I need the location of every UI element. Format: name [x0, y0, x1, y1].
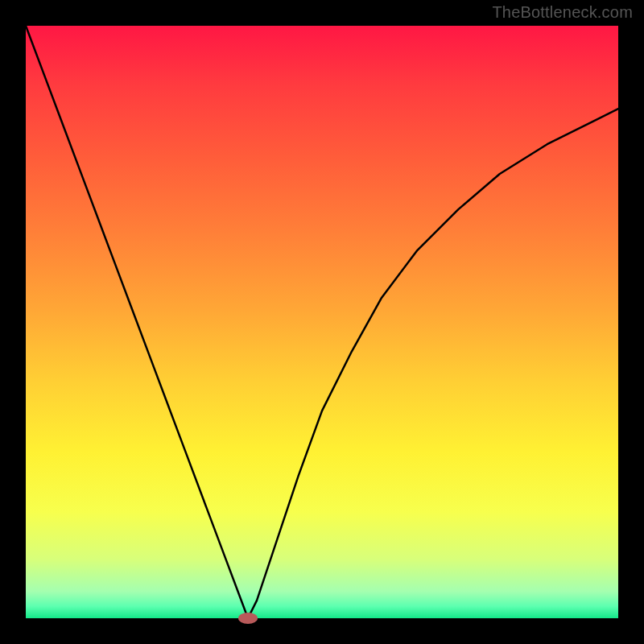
optimal-point-marker	[238, 613, 258, 624]
chart-stage: TheBottleneck.com	[0, 0, 644, 644]
watermark-text: TheBottleneck.com	[492, 3, 633, 22]
bottleneck-chart	[0, 0, 644, 644]
chart-background	[26, 26, 618, 618]
